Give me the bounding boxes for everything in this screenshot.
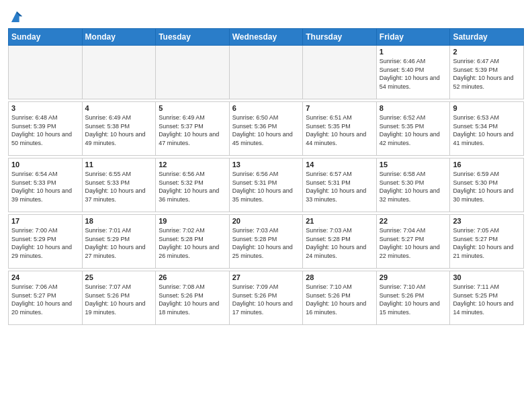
calendar-day-23: 23Sunrise: 7:05 AMSunset: 5:27 PMDayligh… [450,215,524,269]
calendar-day-28: 28Sunrise: 7:10 AMSunset: 5:26 PMDayligh… [303,271,377,325]
day-number: 30 [453,273,521,281]
day-info: Sunrise: 6:49 AMSunset: 5:38 PMDaylight:… [85,113,153,147]
calendar-week-4: 17Sunrise: 7:00 AMSunset: 5:29 PMDayligh… [9,215,524,269]
calendar-day-30: 30Sunrise: 7:11 AMSunset: 5:25 PMDayligh… [450,271,524,325]
page-container: SundayMondayTuesdayWednesdayThursdayFrid… [0,0,532,329]
day-number: 5 [159,104,226,112]
day-number: 8 [380,104,447,112]
day-info: Sunrise: 7:02 AMSunset: 5:28 PMDaylight:… [159,226,226,260]
calendar-day-3: 3Sunrise: 6:48 AMSunset: 5:39 PMDaylight… [9,102,83,156]
day-info: Sunrise: 7:00 AMSunset: 5:29 PMDaylight:… [11,226,79,260]
day-number: 11 [85,161,153,169]
day-info: Sunrise: 6:51 AMSunset: 5:35 PMDaylight:… [306,113,373,147]
calendar-day-15: 15Sunrise: 6:58 AMSunset: 5:30 PMDayligh… [376,158,450,212]
calendar-day-20: 20Sunrise: 7:03 AMSunset: 5:28 PMDayligh… [229,215,303,269]
day-number: 27 [232,273,300,281]
day-info: Sunrise: 6:46 AMSunset: 5:40 PMDaylight:… [380,57,447,91]
day-info: Sunrise: 6:49 AMSunset: 5:37 PMDaylight:… [159,113,226,147]
day-info: Sunrise: 6:50 AMSunset: 5:36 PMDaylight:… [232,113,300,147]
day-number: 18 [85,217,153,225]
calendar-day-empty [82,46,156,99]
day-number: 2 [453,48,521,56]
day-info: Sunrise: 6:55 AMSunset: 5:33 PMDaylight:… [85,170,153,203]
calendar-day-5: 5Sunrise: 6:49 AMSunset: 5:37 PMDaylight… [156,102,230,156]
calendar-day-16: 16Sunrise: 6:59 AMSunset: 5:30 PMDayligh… [450,158,524,212]
calendar-day-24: 24Sunrise: 7:06 AMSunset: 5:27 PMDayligh… [9,271,83,325]
day-info: Sunrise: 7:11 AMSunset: 5:25 PMDaylight:… [453,283,521,316]
day-number: 17 [11,217,79,225]
day-number: 24 [11,273,79,281]
calendar-day-29: 29Sunrise: 7:10 AMSunset: 5:26 PMDayligh… [376,271,450,325]
day-info: Sunrise: 6:47 AMSunset: 5:39 PMDaylight:… [453,57,521,91]
day-number: 15 [380,161,447,169]
weekday-header-tuesday: Tuesday [156,29,230,46]
day-info: Sunrise: 7:01 AMSunset: 5:29 PMDaylight:… [85,226,153,260]
calendar-day-6: 6Sunrise: 6:50 AMSunset: 5:36 PMDaylight… [229,102,303,156]
weekday-header-sunday: Sunday [9,29,83,46]
day-number: 22 [380,217,447,225]
day-info: Sunrise: 7:06 AMSunset: 5:27 PMDaylight:… [11,283,79,316]
day-info: Sunrise: 7:05 AMSunset: 5:27 PMDaylight:… [453,226,521,260]
calendar-week-3: 10Sunrise: 6:54 AMSunset: 5:33 PMDayligh… [9,158,524,212]
day-info: Sunrise: 7:03 AMSunset: 5:28 PMDaylight:… [232,226,300,260]
day-number: 29 [380,273,447,281]
calendar-day-26: 26Sunrise: 7:08 AMSunset: 5:26 PMDayligh… [156,271,230,325]
day-info: Sunrise: 7:08 AMSunset: 5:26 PMDaylight:… [159,283,226,316]
calendar-day-empty [229,46,303,99]
weekday-header-monday: Monday [82,29,156,46]
calendar-day-empty [9,46,83,99]
calendar-day-2: 2Sunrise: 6:47 AMSunset: 5:39 PMDaylight… [450,46,524,99]
day-number: 10 [11,161,79,169]
calendar-day-8: 8Sunrise: 6:52 AMSunset: 5:35 PMDaylight… [376,102,450,156]
calendar-day-25: 25Sunrise: 7:07 AMSunset: 5:26 PMDayligh… [82,271,156,325]
day-info: Sunrise: 6:52 AMSunset: 5:35 PMDaylight:… [380,113,447,147]
calendar-day-1: 1Sunrise: 6:46 AMSunset: 5:40 PMDaylight… [376,46,450,99]
day-number: 3 [11,104,79,112]
calendar-day-14: 14Sunrise: 6:57 AMSunset: 5:31 PMDayligh… [303,158,377,212]
calendar-day-18: 18Sunrise: 7:01 AMSunset: 5:29 PMDayligh… [82,215,156,269]
day-number: 7 [306,104,373,112]
calendar-day-17: 17Sunrise: 7:00 AMSunset: 5:29 PMDayligh… [9,215,83,269]
logo-icon [9,9,24,24]
calendar-day-4: 4Sunrise: 6:49 AMSunset: 5:38 PMDaylight… [82,102,156,156]
day-number: 20 [232,217,300,225]
day-number: 4 [85,104,153,112]
calendar-day-13: 13Sunrise: 6:56 AMSunset: 5:31 PMDayligh… [229,158,303,212]
day-number: 12 [159,161,226,169]
calendar-week-2: 3Sunrise: 6:48 AMSunset: 5:39 PMDaylight… [9,102,524,156]
day-info: Sunrise: 6:57 AMSunset: 5:31 PMDaylight:… [306,170,373,203]
day-info: Sunrise: 6:56 AMSunset: 5:31 PMDaylight:… [232,170,300,203]
weekday-header-thursday: Thursday [303,29,377,46]
day-info: Sunrise: 6:56 AMSunset: 5:32 PMDaylight:… [159,170,226,203]
day-number: 1 [380,48,447,56]
day-info: Sunrise: 6:59 AMSunset: 5:30 PMDaylight:… [453,170,521,203]
day-info: Sunrise: 6:53 AMSunset: 5:34 PMDaylight:… [453,113,521,147]
calendar-day-11: 11Sunrise: 6:55 AMSunset: 5:33 PMDayligh… [82,158,156,212]
day-number: 28 [306,273,373,281]
page-header [8,7,524,24]
calendar-day-12: 12Sunrise: 6:56 AMSunset: 5:32 PMDayligh… [156,158,230,212]
calendar-day-22: 22Sunrise: 7:04 AMSunset: 5:27 PMDayligh… [376,215,450,269]
day-info: Sunrise: 7:03 AMSunset: 5:28 PMDaylight:… [306,226,373,260]
calendar-week-5: 24Sunrise: 7:06 AMSunset: 5:27 PMDayligh… [9,271,524,325]
day-number: 6 [232,104,300,112]
day-info: Sunrise: 6:48 AMSunset: 5:39 PMDaylight:… [11,113,79,147]
weekday-header-wednesday: Wednesday [229,29,303,46]
day-info: Sunrise: 7:07 AMSunset: 5:26 PMDaylight:… [85,283,153,316]
calendar-table: SundayMondayTuesdayWednesdayThursdayFrid… [8,28,524,325]
logo [8,9,24,24]
weekday-header-row: SundayMondayTuesdayWednesdayThursdayFrid… [9,29,524,46]
calendar-day-9: 9Sunrise: 6:53 AMSunset: 5:34 PMDaylight… [450,102,524,156]
day-number: 21 [306,217,373,225]
calendar-day-7: 7Sunrise: 6:51 AMSunset: 5:35 PMDaylight… [303,102,377,156]
day-number: 19 [159,217,226,225]
calendar-day-19: 19Sunrise: 7:02 AMSunset: 5:28 PMDayligh… [156,215,230,269]
day-info: Sunrise: 7:04 AMSunset: 5:27 PMDaylight:… [380,226,447,260]
day-number: 9 [453,104,521,112]
day-info: Sunrise: 6:54 AMSunset: 5:33 PMDaylight:… [11,170,79,203]
calendar-day-27: 27Sunrise: 7:09 AMSunset: 5:26 PMDayligh… [229,271,303,325]
day-info: Sunrise: 6:58 AMSunset: 5:30 PMDaylight:… [380,170,447,203]
day-number: 14 [306,161,373,169]
calendar-day-10: 10Sunrise: 6:54 AMSunset: 5:33 PMDayligh… [9,158,83,212]
calendar-day-empty [156,46,230,99]
